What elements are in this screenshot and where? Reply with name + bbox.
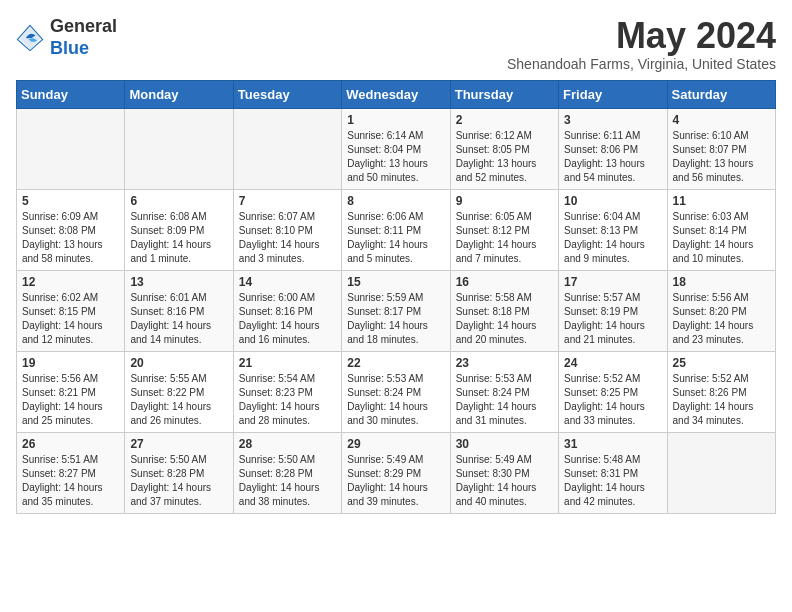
day-number: 23 <box>456 356 553 370</box>
calendar-cell: 13Sunrise: 6:01 AMSunset: 8:16 PMDayligh… <box>125 270 233 351</box>
day-number: 17 <box>564 275 661 289</box>
calendar-header-saturday: Saturday <box>667 80 775 108</box>
day-number: 13 <box>130 275 227 289</box>
day-number: 8 <box>347 194 444 208</box>
calendar-cell: 25Sunrise: 5:52 AMSunset: 8:26 PMDayligh… <box>667 351 775 432</box>
calendar-cell: 10Sunrise: 6:04 AMSunset: 8:13 PMDayligh… <box>559 189 667 270</box>
calendar-cell: 1Sunrise: 6:14 AMSunset: 8:04 PMDaylight… <box>342 108 450 189</box>
day-number: 29 <box>347 437 444 451</box>
day-number: 19 <box>22 356 119 370</box>
day-number: 10 <box>564 194 661 208</box>
day-number: 21 <box>239 356 336 370</box>
cell-content: Sunrise: 6:00 AMSunset: 8:16 PMDaylight:… <box>239 291 336 347</box>
logo-text: General Blue <box>50 16 117 59</box>
day-number: 2 <box>456 113 553 127</box>
calendar-header-monday: Monday <box>125 80 233 108</box>
calendar-cell: 12Sunrise: 6:02 AMSunset: 8:15 PMDayligh… <box>17 270 125 351</box>
cell-content: Sunrise: 6:08 AMSunset: 8:09 PMDaylight:… <box>130 210 227 266</box>
cell-content: Sunrise: 6:12 AMSunset: 8:05 PMDaylight:… <box>456 129 553 185</box>
calendar-cell: 16Sunrise: 5:58 AMSunset: 8:18 PMDayligh… <box>450 270 558 351</box>
day-number: 7 <box>239 194 336 208</box>
title-block: May 2024 Shenandoah Farms, Virginia, Uni… <box>507 16 776 72</box>
calendar-cell: 3Sunrise: 6:11 AMSunset: 8:06 PMDaylight… <box>559 108 667 189</box>
day-number: 12 <box>22 275 119 289</box>
cell-content: Sunrise: 6:04 AMSunset: 8:13 PMDaylight:… <box>564 210 661 266</box>
calendar-cell: 4Sunrise: 6:10 AMSunset: 8:07 PMDaylight… <box>667 108 775 189</box>
calendar-cell <box>233 108 341 189</box>
logo-icon <box>16 24 44 52</box>
cell-content: Sunrise: 5:50 AMSunset: 8:28 PMDaylight:… <box>239 453 336 509</box>
calendar-cell: 11Sunrise: 6:03 AMSunset: 8:14 PMDayligh… <box>667 189 775 270</box>
cell-content: Sunrise: 6:05 AMSunset: 8:12 PMDaylight:… <box>456 210 553 266</box>
logo: General Blue <box>16 16 117 59</box>
day-number: 20 <box>130 356 227 370</box>
cell-content: Sunrise: 5:53 AMSunset: 8:24 PMDaylight:… <box>347 372 444 428</box>
calendar-cell: 17Sunrise: 5:57 AMSunset: 8:19 PMDayligh… <box>559 270 667 351</box>
logo-blue-text: Blue <box>50 38 89 58</box>
day-number: 25 <box>673 356 770 370</box>
day-number: 30 <box>456 437 553 451</box>
day-number: 11 <box>673 194 770 208</box>
day-number: 18 <box>673 275 770 289</box>
calendar-week-row: 1Sunrise: 6:14 AMSunset: 8:04 PMDaylight… <box>17 108 776 189</box>
cell-content: Sunrise: 5:54 AMSunset: 8:23 PMDaylight:… <box>239 372 336 428</box>
cell-content: Sunrise: 6:06 AMSunset: 8:11 PMDaylight:… <box>347 210 444 266</box>
calendar-cell: 20Sunrise: 5:55 AMSunset: 8:22 PMDayligh… <box>125 351 233 432</box>
cell-content: Sunrise: 5:48 AMSunset: 8:31 PMDaylight:… <box>564 453 661 509</box>
cell-content: Sunrise: 6:01 AMSunset: 8:16 PMDaylight:… <box>130 291 227 347</box>
day-number: 4 <box>673 113 770 127</box>
calendar-cell: 31Sunrise: 5:48 AMSunset: 8:31 PMDayligh… <box>559 432 667 513</box>
cell-content: Sunrise: 6:10 AMSunset: 8:07 PMDaylight:… <box>673 129 770 185</box>
cell-content: Sunrise: 5:57 AMSunset: 8:19 PMDaylight:… <box>564 291 661 347</box>
calendar-header-friday: Friday <box>559 80 667 108</box>
cell-content: Sunrise: 5:51 AMSunset: 8:27 PMDaylight:… <box>22 453 119 509</box>
calendar-week-row: 5Sunrise: 6:09 AMSunset: 8:08 PMDaylight… <box>17 189 776 270</box>
calendar-cell: 15Sunrise: 5:59 AMSunset: 8:17 PMDayligh… <box>342 270 450 351</box>
calendar-cell: 24Sunrise: 5:52 AMSunset: 8:25 PMDayligh… <box>559 351 667 432</box>
day-number: 24 <box>564 356 661 370</box>
cell-content: Sunrise: 6:11 AMSunset: 8:06 PMDaylight:… <box>564 129 661 185</box>
calendar-cell: 18Sunrise: 5:56 AMSunset: 8:20 PMDayligh… <box>667 270 775 351</box>
calendar-week-row: 19Sunrise: 5:56 AMSunset: 8:21 PMDayligh… <box>17 351 776 432</box>
cell-content: Sunrise: 6:07 AMSunset: 8:10 PMDaylight:… <box>239 210 336 266</box>
cell-content: Sunrise: 5:56 AMSunset: 8:20 PMDaylight:… <box>673 291 770 347</box>
cell-content: Sunrise: 5:49 AMSunset: 8:30 PMDaylight:… <box>456 453 553 509</box>
day-number: 14 <box>239 275 336 289</box>
calendar-table: SundayMondayTuesdayWednesdayThursdayFrid… <box>16 80 776 514</box>
cell-content: Sunrise: 6:02 AMSunset: 8:15 PMDaylight:… <box>22 291 119 347</box>
calendar-cell: 5Sunrise: 6:09 AMSunset: 8:08 PMDaylight… <box>17 189 125 270</box>
cell-content: Sunrise: 5:52 AMSunset: 8:25 PMDaylight:… <box>564 372 661 428</box>
calendar-header-sunday: Sunday <box>17 80 125 108</box>
cell-content: Sunrise: 5:56 AMSunset: 8:21 PMDaylight:… <box>22 372 119 428</box>
location-subtitle: Shenandoah Farms, Virginia, United State… <box>507 56 776 72</box>
calendar-cell: 7Sunrise: 6:07 AMSunset: 8:10 PMDaylight… <box>233 189 341 270</box>
calendar-cell: 14Sunrise: 6:00 AMSunset: 8:16 PMDayligh… <box>233 270 341 351</box>
calendar-header-tuesday: Tuesday <box>233 80 341 108</box>
calendar-week-row: 12Sunrise: 6:02 AMSunset: 8:15 PMDayligh… <box>17 270 776 351</box>
month-year-title: May 2024 <box>507 16 776 56</box>
day-number: 31 <box>564 437 661 451</box>
day-number: 26 <box>22 437 119 451</box>
cell-content: Sunrise: 6:03 AMSunset: 8:14 PMDaylight:… <box>673 210 770 266</box>
calendar-cell: 23Sunrise: 5:53 AMSunset: 8:24 PMDayligh… <box>450 351 558 432</box>
calendar-header-row: SundayMondayTuesdayWednesdayThursdayFrid… <box>17 80 776 108</box>
cell-content: Sunrise: 6:09 AMSunset: 8:08 PMDaylight:… <box>22 210 119 266</box>
calendar-header-wednesday: Wednesday <box>342 80 450 108</box>
calendar-week-row: 26Sunrise: 5:51 AMSunset: 8:27 PMDayligh… <box>17 432 776 513</box>
calendar-cell: 28Sunrise: 5:50 AMSunset: 8:28 PMDayligh… <box>233 432 341 513</box>
cell-content: Sunrise: 5:53 AMSunset: 8:24 PMDaylight:… <box>456 372 553 428</box>
cell-content: Sunrise: 5:58 AMSunset: 8:18 PMDaylight:… <box>456 291 553 347</box>
day-number: 15 <box>347 275 444 289</box>
cell-content: Sunrise: 6:14 AMSunset: 8:04 PMDaylight:… <box>347 129 444 185</box>
calendar-cell: 9Sunrise: 6:05 AMSunset: 8:12 PMDaylight… <box>450 189 558 270</box>
calendar-cell: 29Sunrise: 5:49 AMSunset: 8:29 PMDayligh… <box>342 432 450 513</box>
cell-content: Sunrise: 5:50 AMSunset: 8:28 PMDaylight:… <box>130 453 227 509</box>
day-number: 5 <box>22 194 119 208</box>
cell-content: Sunrise: 5:52 AMSunset: 8:26 PMDaylight:… <box>673 372 770 428</box>
logo-general-text: General <box>50 16 117 36</box>
cell-content: Sunrise: 5:55 AMSunset: 8:22 PMDaylight:… <box>130 372 227 428</box>
page-header: General Blue May 2024 Shenandoah Farms, … <box>16 16 776 72</box>
calendar-cell: 30Sunrise: 5:49 AMSunset: 8:30 PMDayligh… <box>450 432 558 513</box>
calendar-cell: 26Sunrise: 5:51 AMSunset: 8:27 PMDayligh… <box>17 432 125 513</box>
day-number: 16 <box>456 275 553 289</box>
